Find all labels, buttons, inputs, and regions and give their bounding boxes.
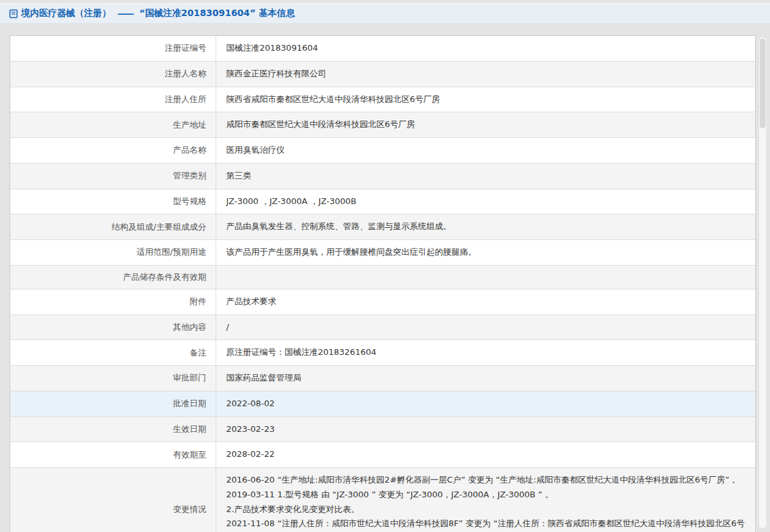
table-row: 有效期至2028-02-22 xyxy=(10,442,755,468)
row-value: 国械注准20183091604 xyxy=(216,36,755,61)
row-value: 第三类 xyxy=(216,163,755,189)
page-title-main: “国械注准20183091604” 基本信息 xyxy=(139,8,295,19)
row-label: 管理类别 xyxy=(10,163,216,189)
scrollbar-track[interactable] xyxy=(759,37,766,528)
row-label-text: 其他内容 xyxy=(173,322,207,332)
table-row: 结构及组成/主要组成成分产品由臭氧发生器、控制系统、管路、监测与显示系统组成。 xyxy=(10,214,755,240)
row-value xyxy=(216,265,755,289)
row-label: 附件 xyxy=(10,289,216,314)
row-label: 产品名称 xyxy=(10,138,216,164)
row-label: 注册人住所 xyxy=(10,87,216,112)
row-label: 生产地址 xyxy=(10,112,216,138)
row-value: 原注册证编号：国械注准20183261604 xyxy=(216,340,755,366)
row-value: 陕西省咸阳市秦都区世纪大道中段清华科技园北区6号厂房 xyxy=(216,87,755,112)
row-value: 该产品用于产生医用臭氧，用于缓解腰椎间盘突出症引起的腰腿痛。 xyxy=(216,240,755,266)
row-label: 型号规格 xyxy=(10,189,216,214)
row-label-text: 管理类别 xyxy=(173,171,207,180)
page-header: 境内医疗器械（注册） —— “国械注准20183091604” 基本信息 xyxy=(0,3,770,24)
row-label: 审批部门 xyxy=(10,366,216,391)
page-title-left: 境内医疗器械（注册） xyxy=(21,8,111,19)
row-value: 2022-08-02 xyxy=(216,391,755,416)
row-label: 其他内容 xyxy=(10,314,216,340)
table-row: 管理类别第三类 xyxy=(10,163,755,189)
row-label-text: 附件 xyxy=(190,296,207,306)
row-label-text: 注册人住所 xyxy=(165,94,207,104)
table-row: 批准日期2022-08-02 xyxy=(10,391,755,416)
row-label: 适用范围/预期用途 xyxy=(10,240,216,266)
row-label-text: 适用范围/预期用途 xyxy=(137,247,206,257)
row-label-text: 型号规格 xyxy=(173,196,207,206)
row-label-text: 审批部门 xyxy=(173,373,207,382)
registration-info-table: 注册证编号国械注准20183091604注册人名称陕西金正医疗科技有限公司注册人… xyxy=(10,35,756,532)
table-row: 注册人名称陕西金正医疗科技有限公司 xyxy=(10,61,755,87)
table-row: 产品名称医用臭氧治疗仪 xyxy=(10,138,755,164)
row-label: 产品储存条件及有效期 xyxy=(10,265,216,289)
table-row: 附件产品技术要求 xyxy=(10,289,755,314)
scrollbar-thumb[interactable] xyxy=(760,39,766,128)
row-label: 变更情况 xyxy=(10,468,216,532)
row-label: 有效期至 xyxy=(10,442,216,468)
row-label-text: 产品储存条件及有效期 xyxy=(123,272,207,282)
row-value: 产品由臭氧发生器、控制系统、管路、监测与显示系统组成。 xyxy=(216,214,755,240)
row-label: 批准日期 xyxy=(10,391,216,416)
table-row: 变更情况2016-06-20 “生产地址:咸阳市清华科技园2#孵化器副一层C户”… xyxy=(10,468,755,532)
title-dash: —— xyxy=(117,8,133,19)
table-row: 注册人住所陕西省咸阳市秦都区世纪大道中段清华科技园北区6号厂房 xyxy=(10,87,755,112)
table-row: 适用范围/预期用途该产品用于产生医用臭氧，用于缓解腰椎间盘突出症引起的腰腿痛。 xyxy=(10,240,755,266)
row-label-text: 备注 xyxy=(190,348,207,357)
row-label-text: 变更情况 xyxy=(173,504,207,514)
table-row: 生效日期2023-02-23 xyxy=(10,416,755,442)
row-label-text: 生效日期 xyxy=(173,424,207,434)
table-row: 注册证编号国械注准20183091604 xyxy=(10,36,755,61)
table-row: 产品储存条件及有效期 xyxy=(10,265,755,289)
document-icon xyxy=(9,9,18,19)
row-value: 陕西金正医疗科技有限公司 xyxy=(216,61,755,87)
row-label-text: 注册人名称 xyxy=(165,69,207,78)
row-label: 注册证编号 xyxy=(10,36,216,61)
row-label: 备注 xyxy=(10,340,216,366)
row-value: 医用臭氧治疗仪 xyxy=(216,138,755,164)
table-row: 其他内容/ xyxy=(10,314,755,340)
row-label-text: 注册证编号 xyxy=(165,43,207,53)
row-value: JZ-3000 ，JZ-3000A ，JZ-3000B xyxy=(216,189,755,214)
row-label: 生效日期 xyxy=(10,416,216,442)
row-label-text: 产品名称 xyxy=(173,145,207,155)
row-label-text: 结构及组成/主要组成成分 xyxy=(112,222,206,232)
row-value: 国家药品监督管理局 xyxy=(216,366,755,391)
row-label-text: 批准日期 xyxy=(173,399,207,408)
row-label-text: 生产地址 xyxy=(173,120,207,130)
row-value: 咸阳市秦都区世纪大道中段清华科技园北区6号厂房 xyxy=(216,112,755,138)
table-row: 型号规格JZ-3000 ，JZ-3000A ，JZ-3000B xyxy=(10,189,755,214)
row-label: 结构及组成/主要组成成分 xyxy=(10,214,216,240)
row-label: 注册人名称 xyxy=(10,61,216,87)
row-value: 2016-06-20 “生产地址:咸阳市清华科技园2#孵化器副一层C户” 变更为… xyxy=(216,468,755,532)
row-value: 2023-02-23 xyxy=(216,416,755,442)
row-label-text: 有效期至 xyxy=(173,450,207,459)
row-value: 2028-02-22 xyxy=(216,442,755,468)
table-row: 备注原注册证编号：国械注准20183261604 xyxy=(10,340,755,366)
row-value: 产品技术要求 xyxy=(216,289,755,314)
table-row: 审批部门国家药品监督管理局 xyxy=(10,366,755,391)
table-row: 生产地址咸阳市秦都区世纪大道中段清华科技园北区6号厂房 xyxy=(10,112,755,138)
row-value: / xyxy=(216,314,755,340)
